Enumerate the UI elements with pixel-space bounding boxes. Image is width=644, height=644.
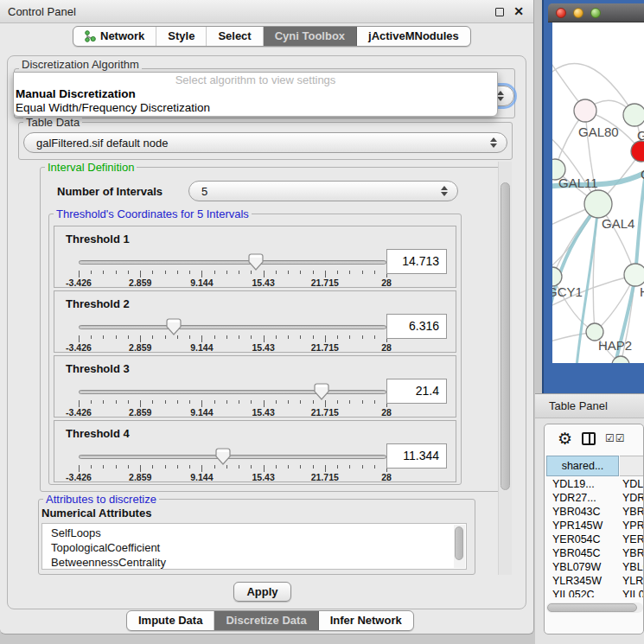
network-node[interactable] <box>623 104 644 126</box>
algorithm-option-manual[interactable]: Manual Discretization <box>14 87 497 101</box>
bottom-tabbar: Impute Data Discretize Data Infer Networ… <box>126 610 414 631</box>
split-columns-icon[interactable] <box>582 432 596 445</box>
close-icon[interactable]: ✕ <box>513 4 524 18</box>
cell-name: YER0 <box>622 533 644 545</box>
top-tabbar: Network Style Select Cyni Toolbox jActiv… <box>73 26 471 47</box>
attribute-list-item[interactable]: TopologicalCoefficient <box>51 540 466 555</box>
table-data-combobox[interactable]: galFiltered.sif default node <box>23 132 507 153</box>
network-view-window: GAL80GACGAL11GAL4GCY1HHAP2 <box>542 0 644 393</box>
threshold-label: Threshold 3 <box>66 362 130 375</box>
network-node[interactable] <box>574 99 596 122</box>
tab-label: Discretize Data <box>226 611 306 630</box>
threshold-panel: Threshold 3 -3.4262.8599.14415.4321.7152… <box>54 355 456 418</box>
tab-network[interactable]: Network <box>73 27 156 46</box>
slider-thumb[interactable] <box>314 383 329 400</box>
settings-scrollbar-thumb[interactable] <box>501 182 510 490</box>
threshold-label: Threshold 2 <box>66 297 130 310</box>
table-row[interactable]: YIL052C YIL0 <box>545 589 644 597</box>
threshold-value-field[interactable]: 11.344 <box>386 443 447 469</box>
attribute-list-item[interactable]: BetweennessCentrality <box>51 555 466 570</box>
cell-shared-name: YBR045C <box>552 547 601 559</box>
cell-shared-name: YBL079W <box>552 561 601 573</box>
node-table-container: ⚙ ☑☑ shared... na YDL19... YDL1 YDR27...… <box>544 424 644 634</box>
tab-discretize-data[interactable]: Discretize Data <box>214 611 318 630</box>
gear-icon[interactable]: ⚙ <box>558 430 572 447</box>
tab-select[interactable]: Select <box>207 27 263 46</box>
network-node[interactable] <box>624 264 644 286</box>
network-node-label: GAL80 <box>578 124 619 139</box>
network-node-label: HAP2 <box>598 338 632 353</box>
table-toolbar: ⚙ ☑☑ <box>545 424 643 452</box>
settings-scrollbar[interactable] <box>498 162 512 575</box>
table-row[interactable]: YPR145W YPR1 <box>545 520 644 533</box>
close-traffic-light-icon[interactable] <box>556 8 566 18</box>
cell-name: YDR2 <box>622 492 644 504</box>
minimize-traffic-light-icon[interactable] <box>573 8 583 18</box>
table-panel-header: Table Panel <box>535 393 644 418</box>
network-window-titlebar <box>548 3 644 22</box>
threshold-label: Threshold 1 <box>66 233 130 245</box>
network-node[interactable] <box>584 190 612 218</box>
table-row[interactable]: YBL079W YBL0 <box>545 561 644 575</box>
zoom-traffic-light-icon[interactable] <box>590 8 601 18</box>
apply-button[interactable]: Apply <box>233 582 291 602</box>
tab-label: jActiveMNodules <box>368 27 459 46</box>
table-rows[interactable]: YDL19... YDL1 YDR27... YDR2 YBR043C YBR0… <box>545 478 644 597</box>
combo-stepper-icon <box>497 91 504 101</box>
cell-shared-name: YER054C <box>552 533 601 545</box>
table-row[interactable]: YER054C YER0 <box>545 533 644 547</box>
cell-name: YBR0 <box>622 506 644 518</box>
attribute-list-item[interactable]: SelfLoops <box>51 526 466 540</box>
slider-track[interactable] <box>79 260 386 265</box>
tab-infer-network[interactable]: Infer Network <box>319 611 413 630</box>
network-canvas[interactable]: GAL80GACGAL11GAL4GCY1HHAP2 <box>552 22 644 363</box>
slider-thumb[interactable] <box>248 253 264 271</box>
threshold-value-field[interactable]: 21.4 <box>386 379 447 404</box>
threshold-panel: Threshold 4 -3.4262.8599.14415.4321.7152… <box>54 420 456 482</box>
thresholds-group-title: Threshold's Coordinates for 5 Intervals <box>54 207 252 220</box>
threshold-value-field[interactable]: 6.316 <box>386 314 447 339</box>
slider-track[interactable] <box>79 325 386 329</box>
num-intervals-combobox[interactable]: 5 <box>188 181 458 201</box>
network-node[interactable] <box>612 356 629 363</box>
algorithm-option-equal-width[interactable]: Equal Width/Frequency Discretization <box>14 101 497 115</box>
tab-style[interactable]: Style <box>156 27 207 46</box>
table-row[interactable]: YBR043C YBR0 <box>545 506 644 520</box>
cell-name: YLR3 <box>622 575 644 587</box>
tab-cyni-toolbox[interactable]: Cyni Toolbox <box>264 27 357 46</box>
table-row[interactable]: YDR27... YDR2 <box>545 492 644 506</box>
cell-name: YBR0 <box>622 547 644 559</box>
checkbox-checked-icons[interactable]: ☑☑ <box>605 432 626 444</box>
list-scrollbar[interactable] <box>454 525 465 568</box>
table-panel-title: Table Panel <box>549 399 608 412</box>
list-scrollbar-thumb[interactable] <box>455 526 463 560</box>
tab-impute-data[interactable]: Impute Data <box>127 611 214 630</box>
network-node-label: C <box>641 167 644 182</box>
table-hscrollbar-thumb[interactable] <box>547 603 637 612</box>
cell-shared-name: YDR27... <box>552 492 596 504</box>
tab-jactivemnodules[interactable]: jActiveMNodules <box>357 27 470 46</box>
threshold-value-field[interactable]: 14.713 <box>386 249 447 274</box>
slider-track[interactable] <box>79 390 386 394</box>
table-hscrollbar[interactable] <box>546 603 643 613</box>
cell-name: YIL0 <box>622 589 644 597</box>
table-row[interactable]: YBR045C YBR0 <box>545 547 644 561</box>
network-node-label: H <box>640 284 644 299</box>
slider-track[interactable] <box>79 455 386 459</box>
cell-shared-name: YLR345W <box>552 575 602 587</box>
interval-definition-title: Interval Definition <box>45 161 137 174</box>
slider-thumb[interactable] <box>166 318 182 335</box>
column-header-shared-name[interactable]: shared... <box>546 456 619 476</box>
column-header-name[interactable]: na <box>620 456 644 476</box>
threshold-label: Threshold 4 <box>66 427 130 440</box>
table-row[interactable]: YDL19... YDL1 <box>545 478 644 492</box>
network-node[interactable] <box>631 141 644 162</box>
threshold-panel: Threshold 1 -3.4262.8599.14415.4321.7152… <box>54 226 456 288</box>
network-node-label: GCY1 <box>552 284 583 299</box>
float-window-icon[interactable] <box>495 8 504 16</box>
cyni-settings-panel: Discretization Algorithm Select algorith… <box>7 55 526 609</box>
cell-name: YPR1 <box>622 520 644 532</box>
table-row[interactable]: YLR345W YLR3 <box>545 575 644 589</box>
numerical-attributes-list[interactable]: SelfLoops TopologicalCoefficient Between… <box>41 523 467 570</box>
slider-thumb[interactable] <box>215 448 231 465</box>
